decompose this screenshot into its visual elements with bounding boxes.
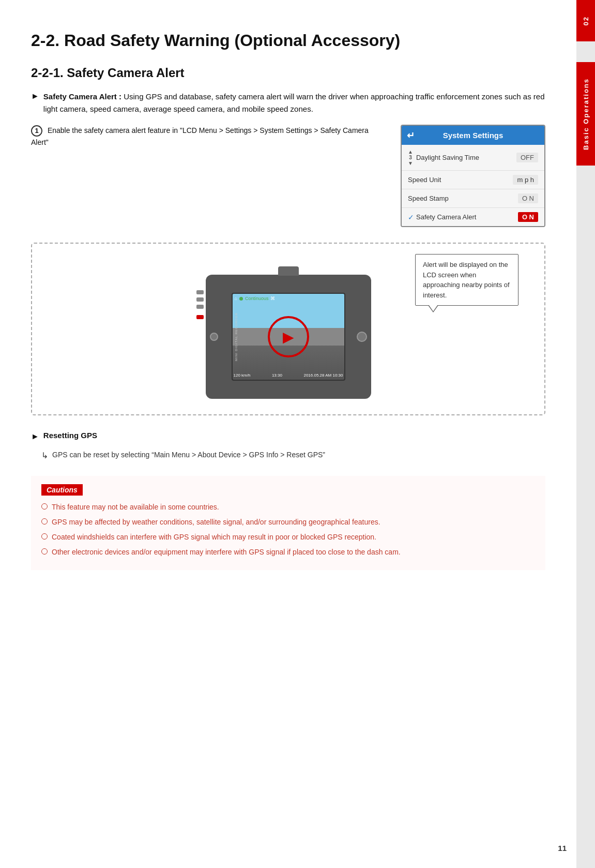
daylight-value: OFF bbox=[516, 153, 538, 162]
dashcam-screen: ⌂ Continuous ⌘ ▶ 120 km/h 13:30 2016.05.… bbox=[232, 293, 345, 381]
caution-text: Other electronic devices and/or equipmen… bbox=[52, 547, 401, 558]
safety-camera-bullet: ► Safety Camera Alert : Using GPS and da… bbox=[31, 91, 545, 115]
caution-text: This feature may not be available in som… bbox=[52, 502, 219, 513]
daylight-label: Daylight Saving Time bbox=[416, 154, 516, 161]
caution-circle-icon bbox=[41, 548, 48, 555]
caution-circle-icon bbox=[41, 503, 48, 510]
lcd-demo-box: Alert will be displayed on the LCD scree… bbox=[31, 243, 545, 415]
main-content: 2-2. Road Safety Warning (Optional Acces… bbox=[0, 0, 576, 596]
caution-item: This feature may not be available in som… bbox=[41, 502, 535, 513]
cautions-section: Cautions This feature may not be availab… bbox=[31, 476, 545, 570]
back-icon: ↵ bbox=[407, 130, 415, 141]
settings-header: ↵ System Settings bbox=[402, 126, 544, 145]
dashcam-status-bar: ⌂ Continuous ⌘ bbox=[235, 296, 342, 301]
dashcam-camera-icon: ▶ bbox=[283, 328, 294, 346]
resetting-gps-title: Resetting GPS bbox=[43, 431, 97, 440]
dashcam-btn-1 bbox=[196, 290, 204, 294]
caution-circle-icon bbox=[41, 518, 48, 525]
speed-unit-value: m p h bbox=[513, 175, 538, 185]
settings-row-speed-unit: Speed Unit m p h bbox=[402, 171, 544, 189]
tooltip-text: Alert will be displayed on the LCD scree… bbox=[423, 261, 510, 299]
cautions-title: Cautions bbox=[41, 484, 83, 496]
speed-unit-label: Speed Unit bbox=[408, 176, 513, 184]
dashcam-status-dot bbox=[239, 297, 243, 301]
settings-box: ↵ System Settings ▲ 3 ▼ Daylight Saving … bbox=[401, 125, 545, 227]
caution-item: Coated windshields can interfere with GP… bbox=[41, 532, 535, 543]
step1-text: 1 Enable the safety camera alert feature… bbox=[31, 125, 385, 148]
caution-circle-icon bbox=[41, 533, 48, 540]
tooltip-box: Alert will be displayed on the LCD scree… bbox=[415, 254, 518, 306]
step1-section: 1 Enable the safety camera alert feature… bbox=[31, 125, 545, 227]
resetting-gps-section: ► Resetting GPS ↳ GPS can be reset by se… bbox=[31, 431, 545, 460]
cautions-list: This feature may not be available in som… bbox=[41, 502, 535, 558]
dashcam-mount bbox=[278, 266, 299, 276]
section-number: 02 bbox=[582, 16, 590, 25]
safety-camera-label: Safety Camera Alert bbox=[416, 213, 518, 221]
dashcam-btn-3 bbox=[196, 305, 204, 309]
caution-text: GPS may be affected by weather condition… bbox=[52, 517, 380, 528]
speed-stamp-label: Speed Stamp bbox=[408, 194, 518, 202]
dashcam-left-circle bbox=[210, 333, 218, 341]
dashcam-bottom-bar: 120 km/h 13:30 2016.05.28 AM 10:30 bbox=[234, 373, 343, 378]
resetting-gps-desc-row: ↳ GPS can be reset by selecting “Main Me… bbox=[41, 451, 545, 460]
page-heading1: 2-2. Road Safety Warning (Optional Acces… bbox=[31, 31, 545, 50]
page-number: 11 bbox=[558, 844, 567, 852]
dashcam-left-buttons bbox=[196, 290, 204, 319]
dashcam-datetime: 2016.05.28 AM 10:30 bbox=[303, 373, 343, 378]
safety-camera-value: O N bbox=[518, 212, 538, 222]
resetting-gps-bullet: ► Resetting GPS bbox=[31, 431, 545, 441]
resetting-arrow-icon: ► bbox=[31, 432, 39, 441]
dashcam-screen-bg: ⌂ Continuous ⌘ ▶ 120 km/h 13:30 2016.05.… bbox=[233, 294, 344, 380]
dashcam-btn-2 bbox=[196, 297, 204, 302]
settings-row-daylight: ▲ 3 ▼ Daylight Saving Time OFF bbox=[402, 145, 544, 171]
bullet-arrow-icon: ► bbox=[31, 92, 39, 101]
settings-title: System Settings bbox=[443, 131, 504, 140]
dashcam-brand: MINI DIGITAL RECORDER bbox=[235, 312, 238, 361]
dashcam-wifi-icon: ⌘ bbox=[270, 296, 275, 301]
side-tab-highlight: Basic Operations bbox=[576, 62, 595, 166]
caution-item: Other electronic devices and/or equipmen… bbox=[41, 547, 535, 558]
dashcam-speed: 120 km/h bbox=[234, 373, 251, 378]
resetting-gps-desc: GPS can be reset by selecting “Main Menu… bbox=[52, 451, 325, 459]
caution-text: Coated windshields can interfere with GP… bbox=[52, 532, 376, 543]
settings-row-speed-stamp: Speed Stamp O N bbox=[402, 189, 544, 208]
dashcam-red-btn bbox=[196, 315, 204, 319]
page-heading2: 2-2-1. Safety Camera Alert bbox=[31, 66, 545, 80]
caution-item: GPS may be affected by weather condition… bbox=[41, 517, 535, 528]
dashcam-right-circle bbox=[357, 332, 367, 342]
indent-symbol: ↳ bbox=[41, 451, 48, 460]
dashcam-device: ⌂ Continuous ⌘ ▶ 120 km/h 13:30 2016.05.… bbox=[206, 275, 371, 399]
tooltip-arrow-inner bbox=[429, 305, 438, 311]
step1-description: Enable the safety camera alert feature i… bbox=[31, 126, 369, 146]
bullet-title: Safety Camera Alert bbox=[43, 92, 117, 101]
dashcam-status-text: Continuous bbox=[245, 296, 269, 301]
check-icon: ✓ bbox=[408, 213, 414, 221]
dashcam-alert-overlay: ▶ bbox=[268, 316, 309, 357]
side-tab: Basic Operations bbox=[576, 0, 595, 868]
side-tab-label: Basic Operations bbox=[582, 78, 590, 150]
step1-circle: 1 bbox=[31, 125, 42, 137]
speed-stamp-value: O N bbox=[518, 193, 538, 203]
settings-row-safety-camera: ✓ Safety Camera Alert O N bbox=[402, 208, 544, 226]
dashcam-timecode: 13:30 bbox=[272, 373, 282, 378]
bullet-colon: : bbox=[117, 92, 124, 101]
